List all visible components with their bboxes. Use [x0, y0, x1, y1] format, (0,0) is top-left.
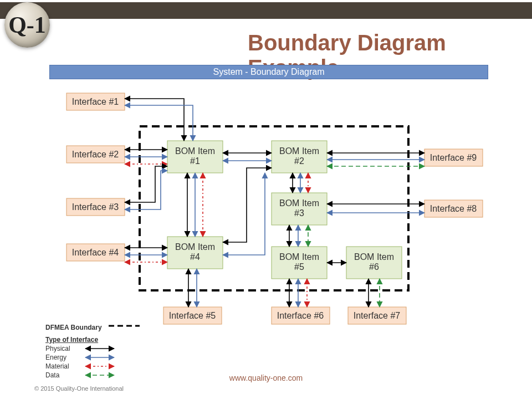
svg-text:Interface #6: Interface #6	[277, 311, 324, 320]
link-bom2-bom4-physical	[223, 168, 272, 242]
legend: DFMEA Boundary Type of Interface Physica…	[45, 319, 141, 380]
node-bom6: BOM Item#6	[346, 247, 402, 279]
node-if4: Interface #4	[66, 244, 125, 261]
node-bom5: BOM Item#5	[272, 247, 327, 279]
svg-text:Interface #2: Interface #2	[72, 150, 119, 159]
node-bom2: BOM Item#2	[272, 141, 327, 173]
node-if3: Interface #3	[66, 198, 125, 216]
legend-boundary-label: DFMEA Boundary	[45, 324, 102, 331]
legend-physical-label: Physical	[45, 345, 83, 352]
node-bom4: BOM Item#4	[167, 237, 223, 269]
node-if5: Interface #5	[163, 307, 222, 324]
svg-text:Interface #4: Interface #4	[72, 248, 119, 257]
svg-text:Interface #9: Interface #9	[430, 153, 477, 162]
footer-url: www.quality-one.com	[0, 374, 532, 382]
node-if1: Interface #1	[66, 93, 125, 110]
link-if3-bom1-energy	[125, 171, 167, 209]
node-bom1: BOM Item#1	[167, 141, 223, 173]
svg-text:Interface #7: Interface #7	[354, 311, 401, 320]
svg-text:Interface #8: Interface #8	[430, 204, 477, 213]
node-if2: Interface #2	[66, 146, 125, 163]
svg-text:Interface #3: Interface #3	[72, 202, 119, 212]
svg-text:Interface #5: Interface #5	[169, 311, 216, 320]
node-if9: Interface #9	[424, 149, 483, 166]
link-if1-bom1-energy	[125, 105, 193, 141]
svg-text:Interface #1: Interface #1	[72, 97, 119, 106]
node-if7: Interface #7	[348, 307, 406, 324]
node-if6: Interface #6	[272, 307, 330, 324]
node-bom3: BOM Item#3	[272, 193, 327, 225]
legend-energy-label: Energy	[45, 354, 83, 361]
node-if8: Interface #8	[424, 200, 483, 217]
legend-material-label: Material	[45, 362, 83, 370]
legend-type-heading: Type of Interface	[45, 336, 98, 344]
footer-copyright: © 2015 Quality-One International	[34, 385, 124, 392]
